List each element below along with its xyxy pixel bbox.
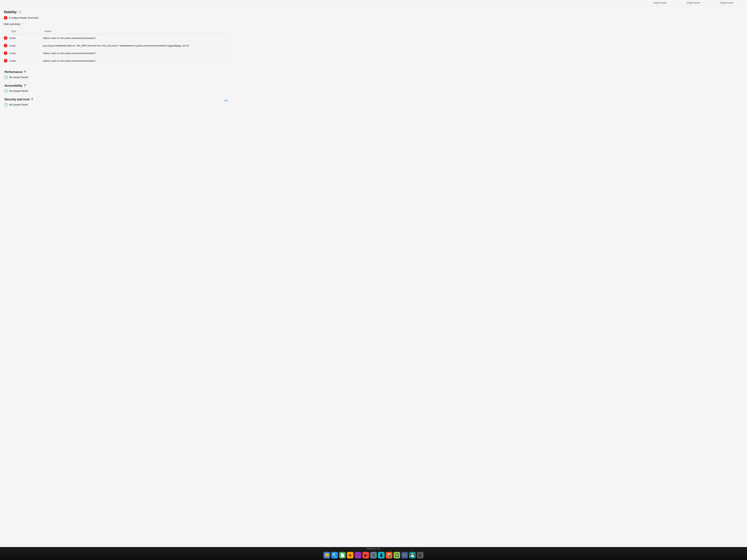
row-error-icon: ! (4, 59, 7, 62)
security-view-link[interactable]: Vie... (224, 99, 230, 102)
check-icon: ✓ (4, 103, 8, 106)
type-cell: ! Crash (4, 57, 43, 64)
row-error-icon: ! (4, 36, 7, 40)
details-cell: Native crash of com.pulse.sansenmasclema… (43, 49, 230, 57)
dock-icon-7[interactable]: ⚖ (370, 552, 377, 559)
dock-icon-11[interactable]: 🌿 (401, 552, 408, 559)
table-row: ! Crash java.lang.UnsatisfiedLinkError: … (4, 42, 230, 49)
type-cell: ! Crash (4, 49, 43, 57)
stability-issue-count: ! 4 unique issues (4 errors) (4, 16, 230, 20)
details-cell: Native crash of com.pulse.sansenmasclema… (43, 34, 230, 42)
row-error-icon: ! (4, 51, 7, 55)
header-col-2: unique issues (677, 1, 710, 4)
row-error-icon: ! (4, 44, 7, 47)
table-row: ! Crash Native crash of com.pulse.sansen… (4, 34, 230, 42)
security-status: ✓ No issues found (4, 103, 230, 106)
accessibility-help-icon[interactable]: ? (24, 84, 26, 87)
performance-section: Performance ? ✓ No issues found (4, 70, 230, 79)
details-cell: Native crash of com.pulse.sansenmasclema… (43, 57, 230, 64)
type-column-header: Type (4, 28, 43, 34)
dock-icon-8[interactable]: 📱 (378, 552, 385, 559)
top-header: unique issues unique issues unique issue… (0, 0, 747, 6)
dock-icon-9[interactable]: 📦 (386, 552, 392, 559)
macos-dock: 😀 🌏 📄 ★ 🎵 ▶ ⚖ 📱 📦 🎧 🌿 💾 🗑 (0, 550, 747, 560)
dock-icon-5[interactable]: 🎵 (355, 552, 361, 559)
stability-table: Type Details ! Crash (4, 28, 230, 64)
details-cell: java.lang.UnsatisfiedLinkError: JNI_ERR … (43, 42, 230, 49)
stability-section: Stability ? ! 4 unique issues (4 errors)… (4, 10, 230, 64)
performance-help-icon[interactable]: ? (24, 70, 26, 74)
dock-icon-2[interactable]: 🌏 (331, 552, 338, 559)
dock-icon-6[interactable]: ▶ (362, 552, 369, 559)
security-title: Security and trust ? (4, 98, 33, 101)
page-wrapper: unique issues unique issues unique issue… (0, 0, 747, 560)
stability-title: Stability ? (4, 10, 230, 14)
main-content: Stability ? ! 4 unique issues (4 errors)… (0, 6, 233, 116)
dock-icon-trash[interactable]: 🗑 (417, 552, 423, 559)
dock-icon-10[interactable]: 🎧 (393, 552, 400, 559)
chevron-up-icon: ⌃ (22, 23, 23, 25)
accessibility-title: Accessibility ? (4, 84, 230, 87)
performance-status: ✓ No issues found (4, 76, 230, 79)
dock-finder[interactable]: 😀 (324, 552, 330, 559)
security-help-icon[interactable]: ? (31, 98, 33, 101)
details-column-header: Details (43, 28, 230, 34)
security-header: Security and trust ? Vie... (4, 98, 230, 103)
check-icon: ✓ (4, 89, 8, 92)
header-col-1: unique issues (643, 1, 677, 4)
performance-title: Performance ? (4, 70, 230, 74)
dock-icon-12[interactable]: 💾 (409, 552, 416, 559)
dock-icon-4[interactable]: ★ (347, 552, 354, 559)
error-icon: ! (4, 16, 7, 20)
hide-summary-button[interactable]: Hide summary ⌃ (4, 23, 23, 26)
accessibility-status: ✓ No issues found (4, 89, 230, 92)
macbook-label: MacBook Pro (0, 547, 747, 550)
accessibility-section: Accessibility ? ✓ No issues found (4, 84, 230, 92)
type-cell: ! Crash (4, 34, 43, 42)
check-icon: ✓ (4, 76, 8, 79)
header-col-3: unique issues (710, 1, 743, 4)
table-row: ! Crash Native crash of com.pulse.sansen… (4, 57, 230, 64)
dock-icon-3[interactable]: 📄 (339, 552, 346, 559)
security-section: Security and trust ? Vie... ✓ No issues … (4, 98, 230, 106)
table-row: ! Crash Native crash of com.pulse.sansen… (4, 49, 230, 57)
stability-help-icon[interactable]: ? (18, 11, 21, 14)
type-cell: ! Crash (4, 42, 43, 49)
